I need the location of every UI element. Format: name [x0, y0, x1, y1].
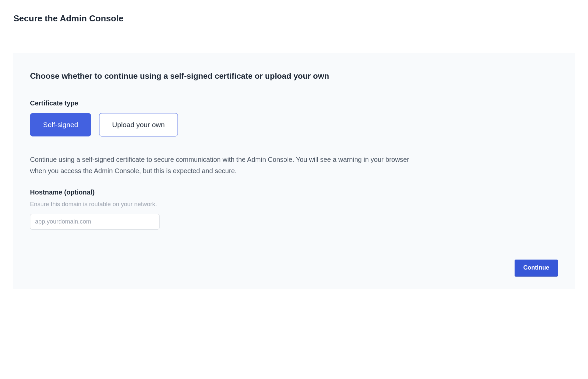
- page-title: Secure the Admin Console: [13, 13, 575, 24]
- upload-your-own-button[interactable]: Upload your own: [99, 113, 178, 136]
- divider: [13, 36, 575, 36]
- config-panel: Choose whether to continue using a self-…: [13, 53, 575, 289]
- hostname-input[interactable]: [30, 214, 160, 230]
- hostname-help-text: Ensure this domain is routable on your n…: [30, 201, 558, 208]
- certificate-type-toggle: Self-signed Upload your own: [30, 113, 558, 136]
- hostname-label: Hostname (optional): [30, 188, 558, 196]
- continue-button[interactable]: Continue: [515, 260, 558, 276]
- page-container: Secure the Admin Console Choose whether …: [0, 0, 588, 303]
- self-signed-button[interactable]: Self-signed: [30, 113, 91, 136]
- certificate-type-label: Certificate type: [30, 99, 558, 107]
- actions-row: Continue: [30, 260, 558, 276]
- panel-title: Choose whether to continue using a self-…: [30, 71, 558, 81]
- certificate-description: Continue using a self-signed certificate…: [30, 154, 417, 176]
